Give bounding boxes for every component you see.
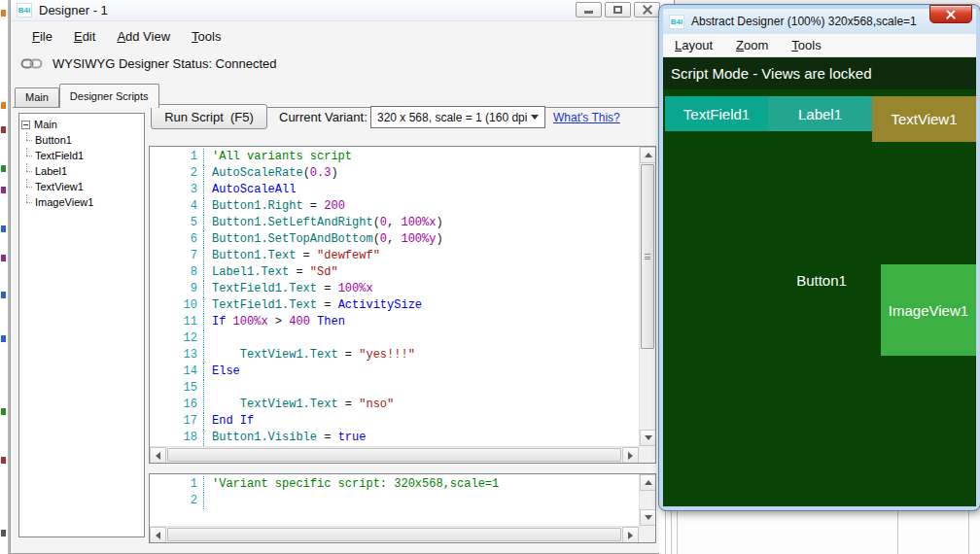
window-title: Designer - 1 — [39, 3, 108, 17]
tree-item-label: Label1 — [31, 165, 67, 177]
arrow-right-icon — [628, 452, 633, 460]
scrollbar-corner — [639, 526, 655, 542]
window-controls — [576, 2, 660, 17]
title-bar[interactable]: B4i Designer - 1 — [11, 0, 674, 21]
script-mode-banner: Script Mode - Views are locked — [663, 57, 976, 89]
code-text — [204, 330, 219, 347]
code-text: Label1.Text = "Sd" — [204, 264, 338, 281]
designer-canvas[interactable]: TextField1Label1TextView1Button1ImageVie… — [663, 89, 976, 506]
code-line-13: 13 TextView1.Text = "yes!!!" — [150, 347, 639, 364]
code-line-1: 1'All variants script — [150, 149, 639, 165]
title-bar[interactable]: B4i Abstract Designer (100%) 320x568,sca… — [663, 9, 976, 34]
abstract-designer-window: B4i Abstract Designer (100%) 320x568,sca… — [659, 5, 980, 510]
line-number: 2 — [150, 493, 204, 509]
designer-view-button1[interactable]: Button1 — [776, 269, 867, 291]
designer-view-textfield1[interactable]: TextField1 — [665, 96, 768, 131]
menu-item-add-view[interactable]: Add View — [107, 25, 180, 48]
menu-item-file[interactable]: File — [22, 25, 62, 48]
scroll-left-button[interactable] — [150, 527, 166, 543]
line-number: 13 — [150, 347, 204, 364]
line-number: 16 — [150, 397, 204, 413]
maximize-icon — [613, 6, 622, 14]
tree-item-textview1[interactable]: TextView1 — [21, 179, 142, 194]
designer-view-label1[interactable]: Label1 — [768, 96, 872, 131]
run-script-button[interactable]: Run Script (F5) — [151, 104, 267, 129]
line-number: 9 — [150, 281, 204, 297]
link-icon — [20, 57, 43, 70]
code-text: TextView1.Text = "yes!!!" — [204, 347, 415, 364]
tree-item-label1[interactable]: Label1 — [21, 163, 142, 179]
arrow-down-icon — [645, 435, 652, 440]
line-number: 8 — [150, 264, 204, 281]
line-number: 4 — [150, 198, 204, 215]
scrollbar-thumb[interactable] — [641, 164, 654, 349]
scroll-left-button[interactable] — [150, 447, 166, 464]
horizontal-scrollbar[interactable] — [150, 446, 639, 463]
view-label: TextView1 — [891, 111, 957, 127]
code-text: Button1.Text = "dewfewf" — [204, 248, 380, 264]
scrollbar-thumb[interactable] — [167, 528, 621, 541]
code-area[interactable]: 1'All variants script2AutoScaleRate(0.3)… — [150, 147, 639, 446]
all-variants-script-editor[interactable]: 1'All variants script2AutoScaleRate(0.3)… — [149, 146, 656, 464]
arrow-left-icon — [156, 532, 160, 539]
minimize-button[interactable] — [576, 2, 602, 17]
tree-item-button1[interactable]: Button1 — [21, 132, 142, 148]
line-number: 11 — [150, 314, 204, 330]
code-area[interactable]: 1'Variant specific script: 320x568,scale… — [150, 474, 639, 526]
tree-item-label: Main — [34, 119, 57, 130]
b4i-app-icon: B4i — [669, 15, 684, 29]
collapse-icon[interactable] — [21, 121, 30, 129]
scroll-down-button[interactable] — [640, 430, 656, 446]
code-line-12: 12 — [150, 330, 639, 347]
maximize-button[interactable] — [605, 2, 631, 17]
close-button[interactable] — [634, 2, 660, 17]
line-number: 5 — [150, 215, 204, 231]
code-text: TextField1.Text = 100%x — [204, 281, 373, 297]
menu-item-layout[interactable]: Layout — [669, 36, 718, 54]
scroll-right-button[interactable] — [622, 527, 639, 543]
variant-dropdown[interactable]: 320 x 568, scale = 1 (160 dpi) — [370, 106, 545, 128]
line-number: 14 — [150, 364, 204, 380]
line-number: 6 — [150, 231, 204, 248]
chevron-down-icon — [531, 115, 539, 120]
tree-item-label: TextField1 — [31, 150, 84, 161]
menu-item-tools[interactable]: Tools — [182, 25, 230, 48]
tab-strip: MainDesigner Scripts — [15, 84, 159, 108]
code-text: Button1.Visible = true — [204, 430, 366, 446]
status-row: WYSIWYG Designer Status: Connected — [20, 56, 276, 71]
tree-item-main[interactable]: Main — [21, 117, 142, 132]
line-number: 18 — [150, 430, 204, 446]
code-text: Button1.SetLeftAndRight(0, 100%x) — [204, 215, 443, 231]
line-number: 3 — [150, 182, 204, 198]
view-label: ImageView1 — [889, 302, 968, 319]
b4i-app-icon: B4i — [17, 3, 32, 17]
scrollbar-thumb[interactable] — [167, 448, 621, 462]
designer-view-imageview1[interactable]: ImageView1 — [881, 264, 976, 356]
menu-item-zoom[interactable]: Zoom — [730, 36, 774, 54]
whats-this-link[interactable]: What's This? — [553, 111, 620, 124]
code-text — [204, 493, 219, 509]
line-number: 7 — [150, 248, 204, 264]
vertical-scrollbar[interactable] — [639, 147, 655, 446]
variant-script-editor[interactable]: 1'Variant specific script: 320x568,scale… — [149, 473, 656, 543]
scroll-up-button[interactable] — [640, 147, 656, 163]
code-line-10: 10TextField1.Text = ActivitySize — [150, 297, 639, 314]
code-text: 'All variants script — [204, 149, 352, 165]
code-text: If 100%x > 400 Then — [204, 314, 345, 330]
horizontal-scrollbar[interactable] — [150, 526, 639, 542]
tab-designer-scripts[interactable]: Designer Scripts — [59, 84, 159, 108]
tab-main[interactable]: Main — [15, 87, 59, 108]
scroll-up-button[interactable] — [640, 474, 656, 491]
scroll-right-button[interactable] — [622, 447, 639, 464]
menu-item-tools[interactable]: Tools — [786, 36, 826, 54]
code-line-11: 11If 100%x > 400 Then — [150, 314, 639, 330]
vertical-scrollbar[interactable] — [639, 474, 655, 526]
scroll-down-button[interactable] — [640, 509, 656, 526]
close-button[interactable] — [929, 5, 972, 23]
tree-item-imageview1[interactable]: ImageView1 — [21, 194, 142, 210]
window-title: Abstract Designer (100%) 320x568,scale=1 — [691, 15, 917, 28]
designer-view-textview1[interactable]: TextView1 — [872, 96, 976, 142]
current-variant-label: Current Variant: — [279, 110, 368, 124]
menu-item-edit[interactable]: Edit — [64, 25, 105, 48]
tree-item-textfield1[interactable]: TextField1 — [21, 148, 142, 163]
